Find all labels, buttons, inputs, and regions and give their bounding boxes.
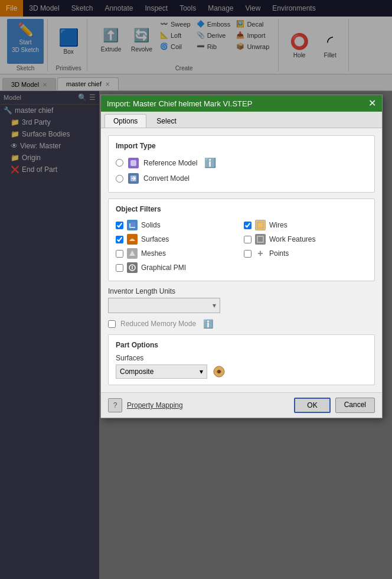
- stitch-button[interactable]: [212, 365, 226, 379]
- graphicalpmi-label: Graphical PMI: [141, 264, 186, 272]
- property-mapping-button[interactable]: Property Mapping: [127, 401, 183, 409]
- solids-icon: [127, 220, 138, 230]
- filter-wires-row: Wires: [244, 218, 367, 232]
- part-options-section: Part Options Surfaces Composite ▾: [108, 334, 375, 385]
- meshes-checkbox[interactable]: [116, 250, 123, 258]
- filter-graphicalpmi-row: Graphical PMI: [116, 261, 239, 275]
- composite-arrow-icon: ▾: [200, 367, 203, 376]
- filters-left: Solids Surfaces Meshes: [116, 218, 239, 275]
- wires-checkbox[interactable]: [244, 222, 251, 229]
- length-units-arrow-icon: ▾: [213, 301, 216, 310]
- points-label: Points: [269, 249, 289, 258]
- dialog-tab-bar: Options Select: [101, 112, 382, 128]
- cancel-button[interactable]: Cancel: [335, 398, 375, 413]
- surfaces-label: Surfaces: [141, 235, 169, 243]
- workfeatures-checkbox[interactable]: [244, 236, 251, 243]
- reference-model-icon: [128, 158, 139, 168]
- footer-left: ? Property Mapping: [108, 398, 183, 412]
- solids-checkbox[interactable]: [116, 222, 123, 229]
- svg-point-11: [217, 370, 221, 373]
- filters-grid: Solids Surfaces Meshes: [116, 218, 367, 275]
- composite-dropdown[interactable]: Composite ▾: [116, 365, 207, 379]
- filter-workfeatures-row: Work Features: [244, 232, 367, 246]
- dialog-body: Import Type Reference Model ℹ️ Convert M…: [101, 128, 382, 392]
- surfaces-option-label: Surfaces: [116, 354, 367, 362]
- memory-mode-info-icon[interactable]: ℹ️: [203, 319, 213, 328]
- composite-value: Composite: [120, 367, 153, 376]
- dialog-tab-options[interactable]: Options: [104, 114, 146, 128]
- meshes-label: Meshes: [141, 249, 166, 258]
- svg-rect-3: [130, 222, 135, 227]
- length-units-section: Inventor Length Units ▾: [108, 287, 375, 313]
- surfaces-icon: [127, 234, 138, 245]
- part-options-title: Part Options: [116, 341, 367, 349]
- wires-label: Wires: [269, 221, 288, 229]
- svg-rect-0: [130, 160, 136, 166]
- meshes-icon: [127, 248, 138, 259]
- ok-button[interactable]: OK: [294, 398, 330, 413]
- solids-label: Solids: [141, 221, 161, 229]
- svg-marker-4: [129, 251, 135, 256]
- composite-row: Composite ▾: [116, 365, 367, 379]
- help-button[interactable]: ?: [108, 398, 122, 412]
- svg-rect-7: [257, 222, 263, 228]
- dialog-title-text: Import: Master Chief helmet Mark VI.STEP: [107, 99, 252, 108]
- workfeatures-icon: [255, 234, 266, 245]
- dialog-tab-select[interactable]: Select: [148, 114, 185, 128]
- length-units-title: Inventor Length Units: [108, 287, 375, 295]
- filters-right: Wires Work Features + Points: [244, 218, 367, 275]
- object-filters-title: Object Filters: [116, 205, 367, 213]
- wires-icon: [255, 220, 266, 230]
- import-dialog: Import: Master Chief helmet Mark VI.STEP…: [100, 95, 383, 418]
- graphicalpmi-checkbox[interactable]: [116, 264, 123, 272]
- convert-model-radio[interactable]: [116, 175, 123, 183]
- memory-mode-checkbox[interactable]: [108, 320, 116, 328]
- convert-model-row: Convert Model: [116, 171, 367, 186]
- dialog-title-bar: Import: Master Chief helmet Mark VI.STEP…: [101, 95, 382, 112]
- convert-model-label: Convert Model: [143, 174, 190, 183]
- points-checkbox[interactable]: [244, 250, 251, 258]
- filter-meshes-row: Meshes: [116, 246, 239, 261]
- memory-mode-label: Reduced Memory Mode: [120, 320, 196, 328]
- points-icon: +: [255, 248, 266, 259]
- import-type-title: Import Type: [116, 142, 367, 150]
- dialog-close-button[interactable]: ✕: [368, 99, 376, 108]
- reference-model-row: Reference Model ℹ️: [116, 155, 367, 171]
- filter-solids-row: Solids: [116, 218, 239, 232]
- import-type-section: Import Type Reference Model ℹ️ Convert M…: [108, 135, 375, 193]
- reference-model-label: Reference Model: [143, 159, 197, 167]
- memory-mode-row: Reduced Memory Mode ℹ️: [108, 319, 375, 328]
- filter-points-row: + Points: [244, 246, 367, 261]
- surfaces-checkbox[interactable]: [116, 236, 123, 243]
- filter-surfaces-row: Surfaces: [116, 232, 239, 246]
- workfeatures-label: Work Features: [269, 235, 315, 243]
- reference-model-info-icon[interactable]: ℹ️: [204, 157, 216, 168]
- footer-right: OK Cancel: [294, 398, 375, 413]
- object-filters-section: Object Filters Solids: [108, 199, 375, 281]
- reference-model-radio[interactable]: [116, 159, 123, 167]
- svg-rect-9: [258, 237, 263, 242]
- graphicalpmi-icon: [127, 262, 138, 273]
- dialog-footer: ? Property Mapping OK Cancel: [101, 392, 382, 418]
- convert-model-icon: [128, 173, 139, 184]
- length-units-dropdown[interactable]: ▾: [108, 298, 220, 313]
